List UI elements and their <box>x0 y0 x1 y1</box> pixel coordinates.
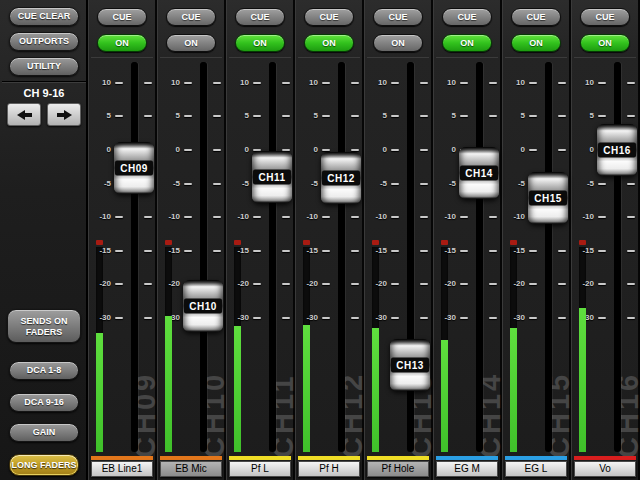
fader-scale-tick <box>529 283 537 285</box>
fader-scale-tick <box>282 250 290 252</box>
outports-button[interactable]: OUTPORTS <box>9 32 79 51</box>
cue-button[interactable]: CUE <box>373 8 423 26</box>
fader-scale-tick <box>558 115 566 117</box>
dca-1-8-button[interactable]: DCA 1-8 <box>9 361 79 380</box>
fader-scale-tick <box>420 183 428 185</box>
channel-on-button[interactable]: ON <box>373 34 423 52</box>
cue-clear-button[interactable]: CUE CLEAR <box>9 7 79 26</box>
fader-cap[interactable]: CH11 <box>252 151 292 203</box>
fader-scale-tick <box>627 115 635 117</box>
fader-scale-label: -15 <box>90 246 111 255</box>
fader-scale-label: 5 <box>297 111 318 120</box>
fader-scale-tick <box>489 283 497 285</box>
strip-divider <box>574 57 636 58</box>
channel-name[interactable]: EG M <box>436 461 498 477</box>
fader-scale-tick <box>253 283 261 285</box>
fader-scale-label: 0 <box>504 145 525 154</box>
bank-label: CH 9-16 <box>0 87 88 99</box>
fader-scale-tick <box>598 183 606 185</box>
fader-scale-tick <box>253 82 261 84</box>
fader-scale-tick <box>558 82 566 84</box>
fader-scale-label: -20 <box>159 279 180 288</box>
fader-scale-label: -30 <box>366 313 387 322</box>
channel-on-button[interactable]: ON <box>235 34 285 52</box>
channel-on-button[interactable]: ON <box>304 34 354 52</box>
fader-scale-tick <box>351 283 359 285</box>
fader-scale-label: 5 <box>573 111 594 120</box>
fader-scale-label: 0 <box>159 145 180 154</box>
fader-scale-label: 10 <box>159 78 180 87</box>
fader-scale-label: 10 <box>435 78 456 87</box>
meter-peak-indicator <box>234 240 241 245</box>
level-meter-fill <box>579 308 586 452</box>
dca-9-16-button[interactable]: DCA 9-16 <box>9 393 79 412</box>
channel-on-button[interactable]: ON <box>511 34 561 52</box>
level-meter-fill <box>96 333 103 452</box>
utility-button[interactable]: UTILITY <box>9 57 79 76</box>
fader-cap[interactable]: CH15 <box>528 172 568 224</box>
fader-cap[interactable]: CH09 <box>114 142 154 194</box>
fader-scale-tick <box>598 216 606 218</box>
bank-previous-button[interactable] <box>7 103 41 126</box>
fader-cap[interactable]: CH10 <box>183 280 223 332</box>
cue-button[interactable]: CUE <box>511 8 561 26</box>
long-faders-button[interactable]: LONG FADERS <box>9 454 79 476</box>
fader-cap[interactable]: CH16 <box>597 124 637 176</box>
meter-peak-indicator <box>165 240 172 245</box>
channel-name[interactable]: Pf H <box>298 461 360 477</box>
fader-scale-tick <box>322 149 330 151</box>
fader-scale-tick <box>460 283 468 285</box>
fader-scale-tick <box>627 317 635 319</box>
cue-button[interactable]: CUE <box>235 8 285 26</box>
sends-on-faders-button[interactable]: SENDS ON FADERS <box>7 309 81 343</box>
fader-cap-label: CH13 <box>391 358 429 373</box>
channel-color-bar <box>367 456 429 460</box>
fader-scale-label: 0 <box>435 145 456 154</box>
fader-scale-tick <box>529 82 537 84</box>
fader-cap-label: CH11 <box>253 170 291 185</box>
fader-scale-tick <box>391 317 399 319</box>
channel-on-button[interactable]: ON <box>97 34 147 52</box>
fader-scale-tick <box>391 82 399 84</box>
cue-button[interactable]: CUE <box>580 8 630 26</box>
fader-scale-tick <box>184 250 192 252</box>
fader-scale-tick <box>529 115 537 117</box>
channel-name[interactable]: Pf Hole <box>367 461 429 477</box>
bank-next-button[interactable] <box>47 103 81 126</box>
channel-color-bar <box>229 456 291 460</box>
fader-scale-label: -15 <box>159 246 180 255</box>
fader-scale-label: 5 <box>504 111 525 120</box>
fader-scale-tick <box>460 250 468 252</box>
channel-on-button[interactable]: ON <box>580 34 630 52</box>
channel-name[interactable]: Vo <box>574 461 636 477</box>
fader-scale-tick <box>391 183 399 185</box>
cue-button[interactable]: CUE <box>442 8 492 26</box>
channel-name[interactable]: EG L <box>505 461 567 477</box>
cue-button[interactable]: CUE <box>166 8 216 26</box>
fader-scale-tick <box>253 317 261 319</box>
fader-scale-tick <box>627 283 635 285</box>
fader-scale-tick <box>351 115 359 117</box>
channel-name[interactable]: Pf L <box>229 461 291 477</box>
fader-scale-tick <box>460 216 468 218</box>
gain-button[interactable]: GAIN <box>9 423 79 442</box>
fader-scale-tick <box>529 149 537 151</box>
cue-button[interactable]: CUE <box>304 8 354 26</box>
fader-scale-tick <box>598 283 606 285</box>
channel-strip: CH12 CUE ON CH12 Pf H 1050-5-10-15-20-30 <box>295 0 364 480</box>
channel-name[interactable]: EB Line1 <box>91 461 153 477</box>
channel-on-button[interactable]: ON <box>442 34 492 52</box>
fader-scale-tick <box>489 82 497 84</box>
channel-strips: CH09 CUE ON CH09 EB Line1 1050-5-10-15-2… <box>88 0 640 480</box>
fader-cap[interactable]: CH12 <box>321 152 361 204</box>
fader-scale-tick <box>115 250 123 252</box>
cue-button[interactable]: CUE <box>97 8 147 26</box>
channel-name[interactable]: EB Mic <box>160 461 222 477</box>
fader-scale-label: -10 <box>504 212 525 221</box>
level-meter-fill <box>165 316 172 452</box>
fader-scale-tick <box>558 317 566 319</box>
strip-divider <box>160 57 222 58</box>
fader-cap[interactable]: CH14 <box>459 147 499 199</box>
channel-on-button[interactable]: ON <box>166 34 216 52</box>
fader-cap[interactable]: CH13 <box>390 339 430 391</box>
